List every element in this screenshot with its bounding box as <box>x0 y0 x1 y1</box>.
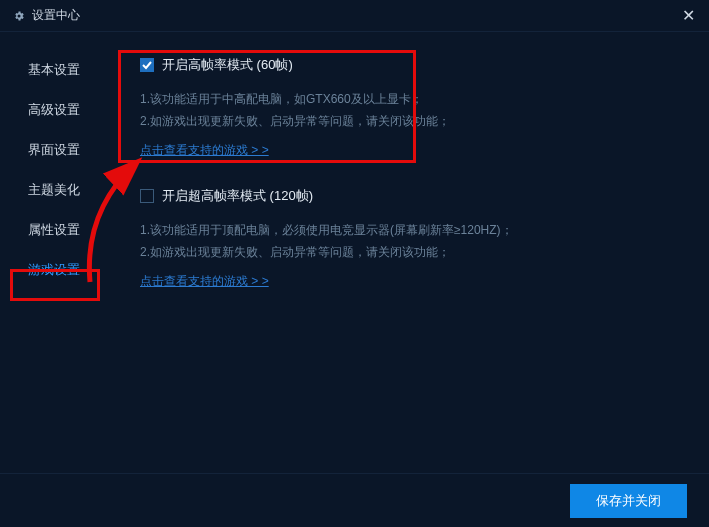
label-high-fps: 开启高帧率模式 (60帧) <box>162 56 293 74</box>
option-ultra-fps: 开启超高帧率模式 (120帧) 1.该功能适用于顶配电脑，必须使用电竞显示器(屏… <box>140 187 689 290</box>
desc-ultra-fps-2: 2.如游戏出现更新失败、启动异常等问题，请关闭该功能； <box>140 241 689 263</box>
sidebar-item-ui[interactable]: 界面设置 <box>0 130 108 170</box>
link-supported-games-2[interactable]: 点击查看支持的游戏 > > <box>140 273 269 290</box>
content-panel: 开启高帧率模式 (60帧) 1.该功能适用于中高配电脑，如GTX660及以上显卡… <box>108 32 709 473</box>
window-title: 设置中心 <box>32 7 80 24</box>
sidebar-item-attr[interactable]: 属性设置 <box>0 210 108 250</box>
sidebar-item-advanced[interactable]: 高级设置 <box>0 90 108 130</box>
desc-high-fps-1: 1.该功能适用于中高配电脑，如GTX660及以上显卡； <box>140 88 689 110</box>
checkbox-high-fps[interactable] <box>140 58 154 72</box>
checkbox-ultra-fps[interactable] <box>140 189 154 203</box>
titlebar: 设置中心 ✕ <box>0 0 709 32</box>
link-supported-games-1[interactable]: 点击查看支持的游戏 > > <box>140 142 269 159</box>
desc-ultra-fps-1: 1.该功能适用于顶配电脑，必须使用电竞显示器(屏幕刷新率≥120HZ)； <box>140 219 689 241</box>
sidebar-item-basic[interactable]: 基本设置 <box>0 50 108 90</box>
sidebar-item-game[interactable]: 游戏设置 <box>0 250 108 290</box>
save-close-button[interactable]: 保存并关闭 <box>570 484 687 518</box>
gear-icon <box>12 9 26 23</box>
close-icon[interactable]: ✕ <box>679 7 697 25</box>
sidebar-item-theme[interactable]: 主题美化 <box>0 170 108 210</box>
desc-high-fps-2: 2.如游戏出现更新失败、启动异常等问题，请关闭该功能； <box>140 110 689 132</box>
label-ultra-fps: 开启超高帧率模式 (120帧) <box>162 187 313 205</box>
sidebar: 基本设置 高级设置 界面设置 主题美化 属性设置 游戏设置 <box>0 32 108 473</box>
option-high-fps: 开启高帧率模式 (60帧) 1.该功能适用于中高配电脑，如GTX660及以上显卡… <box>140 56 689 159</box>
footer: 保存并关闭 <box>0 473 709 527</box>
